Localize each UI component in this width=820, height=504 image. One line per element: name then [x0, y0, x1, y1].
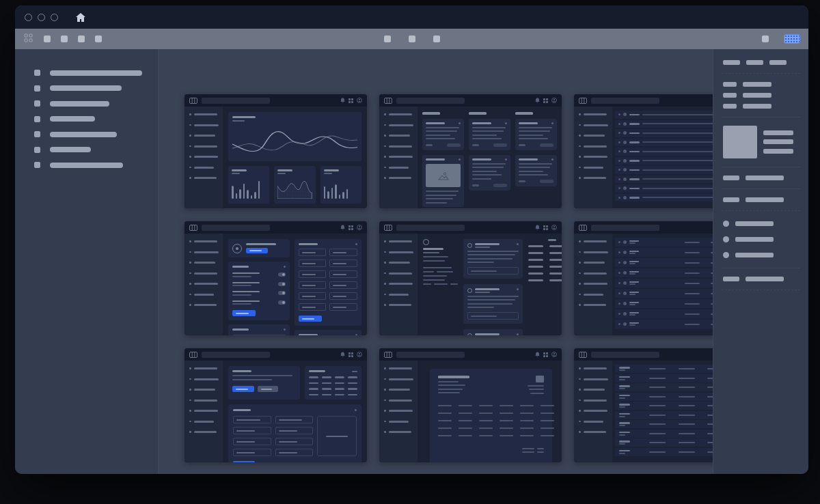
input-placeholder[interactable]: [329, 292, 357, 300]
table-row[interactable]: [615, 393, 713, 401]
sidebar-nav-item[interactable]: [34, 116, 158, 122]
table-row[interactable]: [615, 365, 713, 373]
window-minimize-button[interactable]: [38, 14, 45, 21]
list-row[interactable]: [615, 194, 713, 202]
input-placeholder[interactable]: [275, 438, 314, 445]
toolbar-view-button[interactable]: [433, 36, 440, 42]
sidebar-nav-item[interactable]: [34, 85, 158, 92]
list-row[interactable]: [615, 129, 713, 137]
input-placeholder[interactable]: [299, 303, 327, 311]
list-row[interactable]: [615, 176, 713, 184]
input-placeholder[interactable]: [329, 281, 357, 289]
kanban-card[interactable]: [515, 155, 557, 186]
table-row[interactable]: [615, 289, 713, 298]
kanban-card[interactable]: [422, 155, 464, 207]
table-row[interactable]: [615, 420, 713, 428]
inspector-tab[interactable]: [746, 60, 763, 65]
table-row[interactable]: [615, 411, 713, 419]
input-placeholder[interactable]: [275, 427, 314, 434]
dashboard-thumbnail-invoice[interactable]: [379, 348, 562, 462]
input-placeholder[interactable]: [232, 335, 286, 335]
toggle-switch[interactable]: [278, 272, 286, 277]
table-row[interactable]: [615, 258, 713, 267]
option-row[interactable]: [723, 252, 799, 258]
table-row[interactable]: [615, 320, 713, 328]
toggle-switch[interactable]: [278, 291, 286, 295]
input-placeholder[interactable]: [275, 416, 314, 423]
kanban-card[interactable]: [515, 119, 557, 150]
table-row[interactable]: [615, 309, 713, 318]
window-maximize-button[interactable]: [51, 14, 58, 21]
kanban-card[interactable]: [422, 119, 464, 150]
input-placeholder[interactable]: [275, 449, 314, 456]
list-row[interactable]: [615, 184, 713, 193]
sidebar-nav-item[interactable]: [34, 70, 158, 76]
dashboard-thumbnail-kanban[interactable]: [379, 94, 562, 208]
dashboard-thumbnail-social-feed[interactable]: [379, 221, 562, 335]
dashboard-thumbnail-analytics[interactable]: [184, 94, 367, 208]
table-row[interactable]: [615, 268, 713, 277]
sidebar-nav-item[interactable]: [34, 147, 158, 153]
input-placeholder[interactable]: [329, 260, 357, 267]
sidebar-nav-item[interactable]: [34, 162, 158, 168]
comment-input-placeholder[interactable]: [467, 267, 519, 275]
input-placeholder[interactable]: [233, 416, 271, 423]
inspector-tab[interactable]: [723, 60, 740, 65]
dashboard-thumbnail-data-table[interactable]: [574, 348, 713, 462]
input-placeholder[interactable]: [233, 449, 271, 456]
list-row[interactable]: [615, 148, 713, 156]
input-placeholder[interactable]: [329, 303, 357, 311]
toolbar-view-button[interactable]: [384, 36, 391, 42]
input-placeholder[interactable]: [299, 270, 327, 278]
user-avatar-chip[interactable]: [784, 34, 800, 44]
option-row[interactable]: [723, 236, 799, 242]
home-icon[interactable]: [76, 13, 85, 22]
comment-input-placeholder[interactable]: [467, 312, 519, 320]
input-placeholder[interactable]: [329, 249, 357, 256]
thumbnail-preview-square[interactable]: [723, 126, 757, 158]
table-row[interactable]: [615, 448, 713, 456]
list-row[interactable]: [615, 166, 713, 174]
table-row[interactable]: [615, 383, 713, 391]
table-row[interactable]: [615, 402, 713, 410]
inspector-tab[interactable]: [769, 60, 787, 65]
toggle-switch[interactable]: [278, 300, 286, 305]
feed-post[interactable]: [463, 329, 523, 335]
input-placeholder[interactable]: [299, 249, 327, 256]
list-row[interactable]: [615, 157, 713, 165]
toolbar-settings-button[interactable]: [762, 36, 769, 42]
table-row[interactable]: [615, 248, 713, 257]
toggle-switch[interactable]: [278, 282, 286, 286]
kanban-card[interactable]: [469, 155, 510, 191]
option-row[interactable]: [723, 221, 799, 227]
window-close-button[interactable]: [25, 14, 32, 21]
table-row[interactable]: [615, 374, 713, 382]
input-placeholder[interactable]: [299, 292, 327, 300]
feed-post[interactable]: [463, 284, 523, 324]
dashboard-thumbnail-settings[interactable]: [184, 221, 367, 335]
table-row[interactable]: [615, 279, 713, 288]
toolbar-button[interactable]: [95, 36, 102, 42]
toolbar-button[interactable]: [78, 36, 85, 42]
sidebar-nav-item[interactable]: [34, 131, 158, 137]
list-row[interactable]: [615, 139, 713, 147]
input-placeholder[interactable]: [329, 270, 357, 278]
table-row[interactable]: [615, 438, 713, 447]
toolbar-button[interactable]: [61, 36, 68, 42]
sidebar-nav-item[interactable]: [34, 100, 158, 107]
list-row[interactable]: [615, 111, 713, 119]
toolbar-view-button[interactable]: [409, 36, 415, 42]
input-placeholder[interactable]: [299, 281, 327, 289]
table-row[interactable]: [615, 299, 713, 308]
dashboard-thumbnail-user-table[interactable]: [574, 221, 713, 335]
feed-post[interactable]: [463, 239, 523, 279]
upload-dropzone[interactable]: [317, 416, 357, 456]
dashboard-thumbnail-user-list[interactable]: [574, 94, 713, 208]
toolbar-button[interactable]: [44, 36, 51, 42]
input-placeholder[interactable]: [299, 260, 327, 267]
input-placeholder[interactable]: [233, 438, 271, 445]
input-placeholder[interactable]: [233, 427, 271, 434]
kanban-card[interactable]: [469, 119, 510, 150]
list-row[interactable]: [615, 120, 713, 128]
table-row[interactable]: [615, 238, 713, 247]
